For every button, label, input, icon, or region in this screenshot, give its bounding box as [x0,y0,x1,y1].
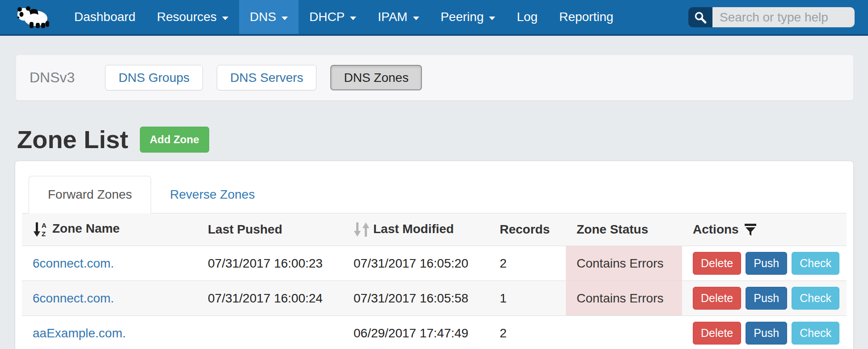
svg-text:A: A [42,221,46,229]
column-header-records[interactable]: Records [489,213,566,246]
chevron-down-icon [282,17,288,20]
search-button[interactable] [688,7,712,27]
column-label: Zone Name [52,221,120,235]
dns-groups-button[interactable]: DNS Groups [105,65,203,90]
delete-button[interactable]: Delete [693,287,741,310]
nav-item-label: Log [517,10,538,24]
column-label: Zone Status [577,222,648,236]
push-button[interactable]: Push [746,252,787,275]
brand-logo[interactable] [0,0,54,34]
check-button[interactable]: Check [792,287,839,310]
push-button[interactable]: Push [746,287,787,310]
table-row: aaExample.com.06/29/2017 17:47:492Delete… [22,316,847,349]
filter-icon[interactable] [744,223,757,237]
zone-name-cell: aaExample.com. [22,316,197,349]
chevron-down-icon [413,17,419,20]
nav-menu: DashboardResourcesDNSDHCPIPAMPeeringLogR… [63,0,624,34]
zone-name-cell: 6connect.com. [22,246,197,281]
zone-status-cell [566,316,682,349]
last-modified-cell: 07/31/2017 16:05:20 [343,246,489,281]
nav-item-ipam[interactable]: IPAM [367,0,430,34]
sort-updown-icon [354,222,371,237]
zone-table-header: A Z Zone Name Last Pushed Last Modified [22,213,847,246]
zone-status-cell: Contains Errors [566,281,682,316]
nav-item-label: DHCP [309,10,345,24]
actions-cell: DeletePushCheck [682,281,847,316]
push-button[interactable]: Push [746,322,787,345]
check-button[interactable]: Check [792,252,839,275]
nav-item-label: Resources [157,10,217,24]
column-header-zone-status[interactable]: Zone Status [566,213,682,246]
column-header-last-modified[interactable]: Last Modified [343,213,489,246]
dnsv3-title: DNSv3 [29,69,75,86]
page-title: Zone List [17,125,128,154]
search-icon [694,11,707,24]
zone-status-cell: Contains Errors [566,246,682,281]
table-row: 6connect.com.07/31/2017 16:00:2407/31/20… [22,281,847,316]
records-cell: 1 [489,281,566,316]
svg-text:Z: Z [42,230,46,238]
nav-item-label: Reporting [559,10,613,24]
column-header-zone-name[interactable]: A Z Zone Name [22,213,197,246]
actions-cell: DeletePushCheck [682,246,847,281]
nav-item-reporting[interactable]: Reporting [548,0,624,34]
nav-item-resources[interactable]: Resources [146,0,239,34]
records-cell: 2 [489,316,566,349]
chevron-down-icon [222,17,228,20]
column-header-actions[interactable]: Actions [682,213,847,246]
nav-item-peering[interactable]: Peering [430,0,506,34]
global-search [688,7,855,27]
zone-table: A Z Zone Name Last Pushed Last Modified [22,213,847,349]
sort-az-icon: A Z [33,221,48,238]
zone-name-link[interactable]: aaExample.com. [33,326,126,340]
nav-item-dns[interactable]: DNS [239,0,299,34]
records-cell: 2 [489,246,566,281]
zone-tabs: Forward ZonesReverse Zones [22,176,847,213]
last-pushed-cell: 07/31/2017 16:00:24 [197,281,343,316]
nav-item-label: Peering [441,10,484,24]
nav-item-label: Dashboard [74,10,135,24]
dns-zones-button[interactable]: DNS Zones [330,65,422,90]
add-zone-button[interactable]: Add Zone [140,127,209,153]
chevron-down-icon [489,17,495,20]
panda-logo-icon [16,5,51,29]
delete-button[interactable]: Delete [693,322,741,345]
zone-name-link[interactable]: 6connect.com. [33,291,114,305]
table-row: 6connect.com.07/31/2017 16:00:2307/31/20… [22,246,847,281]
nav-item-dhcp[interactable]: DHCP [299,0,367,34]
tab-forward-zones[interactable]: Forward Zones [29,176,151,213]
last-modified-cell: 06/29/2017 17:47:49 [343,316,489,349]
column-label: Records [500,222,550,236]
chevron-down-icon [350,17,356,20]
column-label: Last Modified [373,222,454,236]
delete-button[interactable]: Delete [693,252,741,275]
check-button[interactable]: Check [792,322,839,345]
last-pushed-cell [197,316,343,349]
nav-item-label: IPAM [378,10,407,24]
column-label: Actions [693,222,739,236]
search-input[interactable] [712,7,855,27]
nav-item-dashboard[interactable]: Dashboard [63,0,146,34]
column-label: Last Pushed [208,222,282,236]
page-head: Zone List Add Zone [17,125,868,154]
last-pushed-cell: 07/31/2017 16:00:23 [197,246,343,281]
nav-item-label: DNS [250,10,276,24]
last-modified-cell: 07/31/2017 16:05:58 [343,281,489,316]
zone-list-panel: Forward ZonesReverse Zones A Z Zone Name… [15,161,854,349]
tab-reverse-zones[interactable]: Reverse Zones [151,176,274,213]
column-header-last-pushed[interactable]: Last Pushed [197,213,343,246]
zone-name-cell: 6connect.com. [22,281,197,316]
dns-servers-button[interactable]: DNS Servers [217,65,316,90]
dnsv3-buttons: DNS GroupsDNS ServersDNS Zones [105,65,436,90]
top-navbar: DashboardResourcesDNSDHCPIPAMPeeringLogR… [0,0,868,36]
nav-item-log[interactable]: Log [506,0,548,34]
zone-table-body: 6connect.com.07/31/2017 16:00:2307/31/20… [22,246,847,349]
zone-name-link[interactable]: 6connect.com. [33,256,114,270]
actions-cell: DeletePushCheck [682,316,847,349]
dnsv3-panel: DNSv3 DNS GroupsDNS ServersDNS Zones [16,55,854,101]
